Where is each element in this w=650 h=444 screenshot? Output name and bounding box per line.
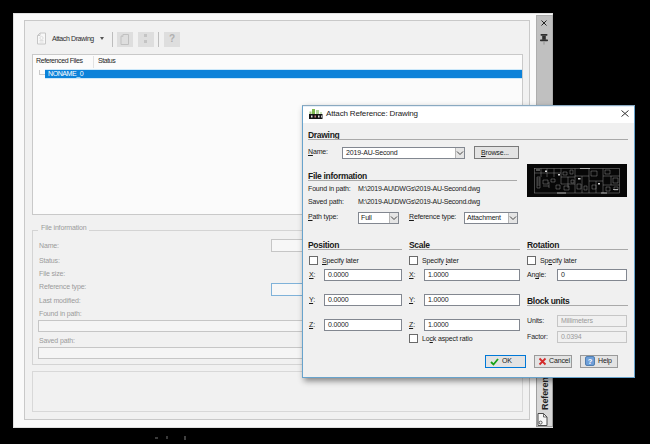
svg-text:?: ?	[588, 357, 593, 366]
